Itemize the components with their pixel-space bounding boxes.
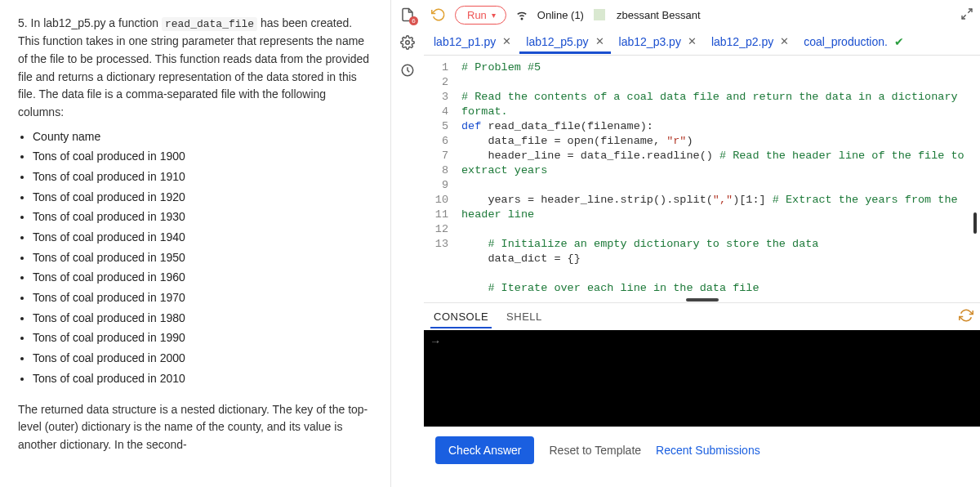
online-status: Online (1)	[537, 9, 584, 21]
gear-icon[interactable]	[399, 34, 416, 51]
editor-tabs: lab12_p1.py✕lab12_p5.py✕lab12_p3.py✕lab1…	[424, 29, 980, 56]
list-item: Tons of coal produced in 1920	[33, 189, 372, 207]
code-editor[interactable]: 12345678910111213 # Problem #5 # Read th…	[424, 56, 980, 297]
column-list: County nameTons of coal produced in 1900…	[33, 128, 372, 388]
rerun-icon[interactable]	[430, 7, 447, 23]
inline-code: read_data_file	[162, 17, 257, 31]
close-icon[interactable]: ✕	[688, 35, 697, 47]
chevron-down-icon: ▾	[492, 11, 496, 20]
svg-line-4	[962, 15, 966, 19]
list-item: Tons of coal produced in 1960	[33, 269, 372, 287]
scrollbar-thumb[interactable]	[973, 212, 977, 234]
tab-shell[interactable]: SHELL	[503, 306, 546, 328]
editor-tab[interactable]: lab12_p2.py✕	[705, 32, 795, 53]
ide-panel: 6 Run ▾ Online (1) zbessant Bessant	[390, 0, 980, 487]
problem-panel: 5. In lab12_p5.py a function read_data_f…	[0, 0, 390, 487]
close-icon[interactable]: ✕	[780, 35, 789, 47]
tab-label: lab12_p3.py	[619, 35, 681, 48]
expand-icon[interactable]	[960, 7, 973, 23]
list-item: Tons of coal produced in 1940	[33, 229, 372, 247]
run-button[interactable]: Run ▾	[455, 6, 506, 25]
problem-number: 5.	[18, 16, 28, 29]
line-gutter: 12345678910111213	[424, 56, 457, 297]
tab-label: lab12_p2.py	[711, 35, 773, 48]
editor-tab[interactable]: lab12_p1.py✕	[427, 32, 518, 53]
close-icon[interactable]: ✕	[595, 35, 604, 47]
console-tabs: CONSOLE SHELL	[424, 302, 980, 330]
terminal[interactable]: →	[424, 330, 980, 427]
refresh-icon[interactable]	[959, 308, 973, 325]
svg-point-0	[406, 41, 410, 45]
svg-point-2	[521, 18, 523, 20]
list-item: Tons of coal produced in 1950	[33, 249, 372, 267]
code-content[interactable]: # Problem #5 # Read the contents of a co…	[457, 56, 980, 297]
editor-tab[interactable]: lab12_p3.py✕	[612, 32, 703, 53]
problem-intro: 5. In lab12_p5.py a function read_data_f…	[18, 15, 372, 122]
file-add-icon[interactable]: 6	[399, 7, 416, 23]
history-icon[interactable]	[399, 62, 416, 78]
tab-label: lab12_p1.py	[434, 35, 496, 48]
terminal-prompt: →	[432, 335, 439, 348]
list-item: Tons of coal produced in 1970	[33, 289, 372, 307]
problem-outro: The returned data structure is a nested …	[18, 401, 372, 454]
run-label: Run	[467, 9, 487, 21]
list-item: Tons of coal produced in 1990	[33, 329, 372, 347]
user-name: zbessant Bessant	[617, 9, 701, 21]
check-icon: ✔	[894, 35, 904, 48]
list-item: Tons of coal produced in 2000	[33, 350, 372, 368]
list-item: Tons of coal produced in 1980	[33, 310, 372, 328]
check-answer-button[interactable]: Check Answer	[435, 436, 534, 464]
list-item: Tons of coal produced in 1910	[33, 168, 372, 186]
svg-line-3	[968, 9, 972, 13]
list-item: Tons of coal produced in 2010	[33, 370, 372, 388]
user-avatar[interactable]	[594, 9, 605, 20]
notification-badge: 6	[409, 16, 418, 25]
tab-console[interactable]: CONSOLE	[430, 306, 492, 328]
wifi-icon	[514, 7, 529, 24]
main-area: Run ▾ Online (1) zbessant Bessant lab12_…	[424, 0, 980, 487]
editor-tab[interactable]: lab12_p5.py✕	[519, 32, 610, 53]
list-item: County name	[33, 128, 372, 146]
tab-label: lab12_p5.py	[526, 35, 588, 48]
editor-tab[interactable]: coal_production.✔	[797, 32, 911, 53]
list-item: Tons of coal produced in 1900	[33, 148, 372, 166]
recent-submissions-button[interactable]: Recent Submissions	[656, 444, 760, 457]
tab-label: coal_production.	[804, 35, 888, 48]
close-icon[interactable]: ✕	[502, 35, 511, 47]
bottom-bar: Check Answer Reset to Template Recent Su…	[424, 427, 980, 472]
list-item: Tons of coal produced in 1930	[33, 208, 372, 226]
side-icon-bar: 6	[391, 0, 424, 78]
top-bar: Run ▾ Online (1) zbessant Bessant	[424, 0, 980, 29]
reset-template-button[interactable]: Reset to Template	[549, 444, 641, 457]
